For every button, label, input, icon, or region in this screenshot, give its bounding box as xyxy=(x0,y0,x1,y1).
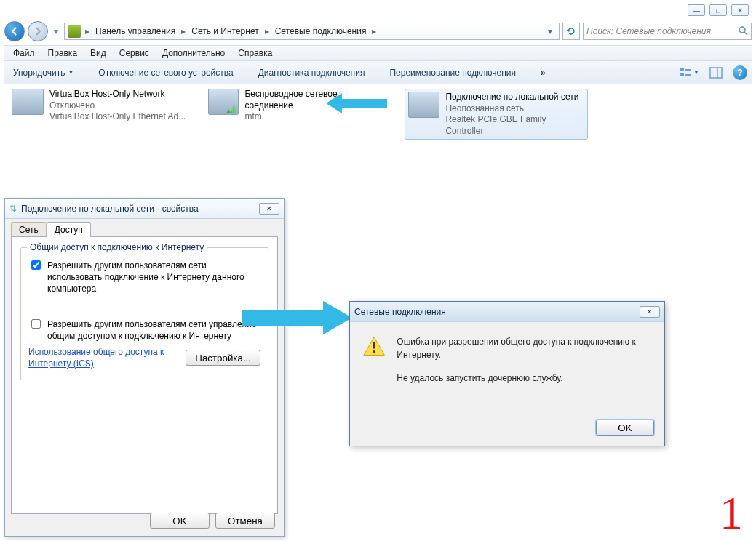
annotation-arrow-icon xyxy=(242,301,352,334)
nav-forward-button[interactable] xyxy=(28,21,48,41)
ics-help-link[interactable]: Использование общего доступа к Интернету… xyxy=(28,346,174,369)
allow-control-checkbox[interactable] xyxy=(31,319,41,329)
nav-back-button[interactable] xyxy=(4,21,25,41)
ok-button[interactable]: OK xyxy=(596,420,654,436)
rename-button[interactable]: Переименование подключения xyxy=(385,65,520,81)
minimize-button[interactable]: — xyxy=(688,4,705,16)
search-placeholder: Поиск: Сетевые подключения xyxy=(586,26,711,36)
allow-sharing-checkbox[interactable] xyxy=(31,260,41,270)
preview-pane-button[interactable] xyxy=(709,67,723,79)
svg-rect-11 xyxy=(373,342,375,349)
organize-button[interactable]: Упорядочить▼ xyxy=(9,65,78,81)
connection-status: Неопознанная сеть xyxy=(445,103,584,115)
settings-button[interactable]: Настройка... xyxy=(186,350,260,366)
svg-rect-2 xyxy=(680,68,684,71)
allow-control-label: Разрешить другим пользователям сети упра… xyxy=(47,318,260,342)
breadcrumb-item[interactable]: Сетевые подключения xyxy=(271,26,371,36)
svg-rect-12 xyxy=(373,350,375,353)
chevron-right-icon: ▶ xyxy=(84,28,91,35)
network-adapter-icon xyxy=(408,92,439,118)
menu-view[interactable]: Вид xyxy=(84,47,112,60)
connection-status: Отключено xyxy=(49,100,186,112)
network-adapter-icon xyxy=(12,89,44,115)
connection-item-lan[interactable]: Подключение по локальной сети Неопознанн… xyxy=(405,89,588,140)
view-mode-button[interactable]: ▼ xyxy=(679,67,699,79)
connection-title: Подключение по локальной сети xyxy=(445,92,584,103)
close-icon[interactable]: ✕ xyxy=(640,306,660,318)
menu-service[interactable]: Сервис xyxy=(114,47,155,60)
properties-dialog: ⇅ Подключение по локальной сети - свойст… xyxy=(4,198,285,537)
dialog-title: Сетевые подключения xyxy=(354,307,446,317)
svg-rect-3 xyxy=(680,73,684,76)
svg-point-0 xyxy=(739,27,745,33)
toolbar: Упорядочить▼ Отключение сетевого устройс… xyxy=(4,61,752,84)
maximize-button[interactable]: □ xyxy=(709,4,727,16)
menu-help[interactable]: Справка xyxy=(232,47,278,60)
menu-advanced[interactable]: Дополнительно xyxy=(156,47,231,60)
help-button[interactable]: ? xyxy=(733,65,747,80)
close-icon[interactable]: ✕ xyxy=(259,203,279,215)
breadcrumb-item[interactable]: Панель управления xyxy=(91,26,180,36)
svg-line-1 xyxy=(744,32,747,35)
dialog-titlebar[interactable]: Сетевые подключения ✕ xyxy=(350,302,664,322)
diagnose-button[interactable]: Диагностика подключения xyxy=(254,65,370,81)
toolbar-overflow[interactable]: » xyxy=(536,65,550,81)
menu-edit[interactable]: Правка xyxy=(42,47,84,60)
menubar: Файл Правка Вид Сервис Дополнительно Спр… xyxy=(4,45,752,61)
annotation-number: 1 xyxy=(720,490,743,537)
breadcrumb-dropdown[interactable]: ▾ xyxy=(544,26,556,36)
menu-file[interactable]: Файл xyxy=(7,47,41,60)
ok-button[interactable]: OK xyxy=(150,513,210,529)
wifi-adapter-icon xyxy=(208,89,239,115)
search-icon xyxy=(738,25,748,38)
svg-marker-8 xyxy=(326,93,387,113)
refresh-button[interactable] xyxy=(562,23,580,40)
window-controls: — □ ✕ xyxy=(688,4,749,16)
search-input[interactable]: Поиск: Сетевые подключения xyxy=(583,23,752,40)
address-bar: ▾ ▶ Панель управления ▶ Сеть и Интернет … xyxy=(4,20,752,42)
connection-item-virtualbox[interactable]: VirtualBox Host-Only Network Отключено V… xyxy=(12,89,186,140)
close-button[interactable]: ✕ xyxy=(731,4,749,16)
connection-detail: Realtek PCIe GBE Family Controller xyxy=(445,114,584,137)
network-icon: ⇅ xyxy=(9,204,17,214)
group-title: Общий доступ к подключению к Интернету xyxy=(27,242,207,252)
allow-sharing-label: Разрешить другим пользователям сети испо… xyxy=(47,260,260,295)
disable-device-button[interactable]: Отключение сетевого устройства xyxy=(94,65,237,81)
tab-access[interactable]: Доступ xyxy=(47,222,91,237)
svg-marker-9 xyxy=(242,301,352,334)
error-message-line1: Ошибка при разрешении общего доступа к п… xyxy=(397,335,651,361)
annotation-arrow-icon xyxy=(326,93,387,113)
chevron-right-icon: ▶ xyxy=(370,28,378,35)
breadcrumb-item[interactable]: Сеть и Интернет xyxy=(187,26,263,36)
dialog-titlebar[interactable]: ⇅ Подключение по локальной сети - свойст… xyxy=(5,199,284,219)
breadcrumb[interactable]: ▶ Панель управления ▶ Сеть и Интернет ▶ … xyxy=(64,23,560,40)
dialog-title: Подключение по локальной сети - свойства xyxy=(21,204,199,214)
svg-rect-6 xyxy=(710,68,722,78)
warning-icon xyxy=(363,335,385,357)
connection-detail: VirtualBox Host-Only Ethernet Ad... xyxy=(49,111,186,123)
chevron-right-icon: ▶ xyxy=(180,28,187,35)
connection-title: VirtualBox Host-Only Network xyxy=(49,89,186,100)
chevron-right-icon: ▶ xyxy=(263,28,271,35)
tab-network[interactable]: Сеть xyxy=(11,222,47,237)
nav-history-dropdown[interactable]: ▾ xyxy=(51,21,61,41)
error-dialog: Сетевые подключения ✕ Ошибка при разреше… xyxy=(349,301,665,446)
network-icon xyxy=(68,25,81,38)
error-message-line2: Не удалось запустить дочернюю службу. xyxy=(397,372,651,385)
cancel-button[interactable]: Отмена xyxy=(215,513,275,529)
